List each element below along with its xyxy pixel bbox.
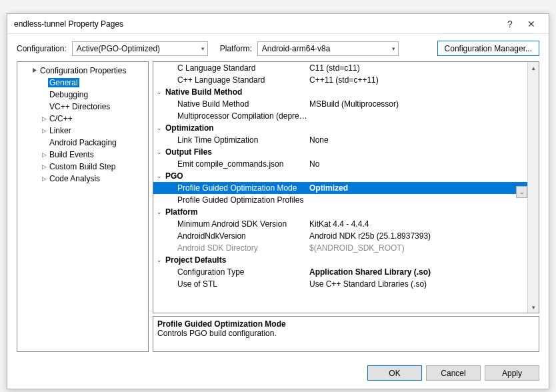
collapse-icon[interactable]: ⌄ [153, 209, 165, 215]
configuration-combo[interactable]: Active(PGO-Optimized) ▾ [72, 41, 208, 56]
ok-button[interactable]: OK [367, 365, 422, 381]
vertical-scrollbar[interactable]: ▴ ▾ [527, 62, 539, 313]
collapse-icon[interactable] [31, 67, 39, 75]
configuration-manager-button[interactable]: Configuration Manager... [437, 41, 539, 56]
chevron-down-icon: ▾ [392, 45, 395, 52]
description-panel: Profile Guided Optimization Mode Control… [153, 316, 539, 352]
expand-icon[interactable]: ▷ [40, 175, 48, 182]
collapse-icon[interactable]: ⌄ [153, 89, 165, 95]
tree-root[interactable]: Configuration Properties [17, 65, 148, 77]
tree-item-custom-build-step[interactable]: ▷Custom Build Step [17, 161, 148, 173]
tree-item-ccpp[interactable]: ▷C/C++ [17, 113, 148, 125]
expand-icon[interactable]: ▷ [40, 127, 48, 134]
prop-val[interactable]: C11 (std=c11) [308, 63, 527, 73]
collapse-icon[interactable]: ⌄ [153, 173, 165, 179]
selected-property: Profile Guided Optimization ModeOptimize… [153, 182, 527, 194]
prop-key: Minimum Android SDK Version [165, 219, 308, 229]
chevron-down-icon: ▾ [201, 45, 205, 52]
group-header[interactable]: Platform [165, 207, 308, 217]
configuration-value: Active(PGO-Optimized) [77, 44, 160, 53]
titlebar: endless-tunnel Property Pages ? ✕ [7, 14, 549, 34]
close-icon[interactable]: ✕ [521, 19, 542, 29]
prop-key: AndroidNdkVersion [165, 231, 308, 241]
expand-icon[interactable]: ▷ [40, 163, 48, 170]
tree-item-debugging[interactable]: Debugging [17, 89, 148, 101]
config-toolbar: Configuration: Active(PGO-Optimized) ▾ P… [7, 34, 549, 61]
tree-item-android-packaging[interactable]: Android Packaging [17, 137, 148, 149]
category-tree[interactable]: Configuration Properties General Debuggi… [17, 61, 149, 352]
property-grid[interactable]: C Language StandardC11 (std=c11) C++ Lan… [153, 61, 539, 313]
collapse-icon[interactable]: ⌄ [153, 149, 165, 155]
tree-item-general[interactable]: General [17, 77, 148, 89]
tree-item-code-analysis[interactable]: ▷Code Analysis [17, 173, 148, 185]
tree-item-linker[interactable]: ▷Linker [17, 125, 148, 137]
prop-val[interactable]: Use C++ Standard Libraries (.so) [308, 279, 527, 289]
prop-val[interactable]: None [308, 135, 527, 145]
prop-val[interactable]: Optimized [308, 183, 527, 193]
cancel-button[interactable]: Cancel [426, 365, 481, 381]
group-header[interactable]: Native Build Method [165, 87, 308, 97]
description-title: Profile Guided Optimization Mode [157, 319, 535, 329]
property-pages-dialog: endless-tunnel Property Pages ? ✕ Config… [7, 13, 549, 389]
prop-val[interactable]: Android NDK r25b (25.1.8937393) [308, 231, 527, 241]
prop-key: Use of STL [165, 279, 308, 289]
group-header[interactable]: PGO [165, 171, 308, 181]
prop-val[interactable]: No [308, 159, 527, 169]
group-header[interactable]: Project Defaults [165, 255, 308, 265]
platform-combo[interactable]: Android-arm64-v8a ▾ [257, 41, 399, 56]
prop-key: Android SDK Directory [165, 243, 308, 253]
tree-item-build-events[interactable]: ▷Build Events [17, 149, 148, 161]
prop-val[interactable]: $(ANDROID_SDK_ROOT) [308, 243, 527, 253]
prop-val[interactable]: KitKat 4.4 - 4.4.4 [308, 219, 527, 229]
prop-key: Profile Guided Optimization Mode [165, 183, 308, 193]
prop-key: Configuration Type [165, 267, 308, 277]
help-icon[interactable]: ? [499, 19, 521, 29]
platform-label: Platform: [220, 44, 252, 53]
dropdown-button[interactable]: ⌄ [516, 186, 527, 198]
description-body: Controls PGO build configuration. [157, 329, 535, 338]
group-header[interactable]: Optimization [165, 123, 308, 133]
prop-val[interactable]: Application Shared Library (.so) [308, 267, 527, 277]
scroll-down-icon[interactable]: ▾ [528, 301, 539, 313]
prop-key: Link Time Optimization [165, 135, 308, 145]
prop-key: Emit compile_commands.json [165, 159, 308, 169]
prop-val[interactable]: C++11 (std=c++11) [308, 75, 527, 85]
prop-key: Multiprocessor Compilation (deprecated) [165, 111, 308, 121]
collapse-icon[interactable]: ⌄ [153, 257, 165, 263]
configuration-label: Configuration: [17, 44, 67, 53]
tree-item-vcpp-directories[interactable]: VC++ Directories [17, 101, 148, 113]
dialog-footer: OK Cancel Apply [7, 359, 549, 389]
prop-key: C++ Language Standard [165, 75, 308, 85]
window-title: endless-tunnel Property Pages [14, 19, 499, 29]
prop-val[interactable]: MSBuild (Multiprocessor) [308, 99, 527, 109]
group-header[interactable]: Output Files [165, 147, 308, 157]
scroll-up-icon[interactable]: ▴ [528, 62, 539, 73]
expand-icon[interactable]: ▷ [40, 151, 48, 158]
prop-key: C Language Standard [165, 63, 308, 73]
collapse-icon[interactable]: ⌄ [153, 125, 165, 131]
apply-button[interactable]: Apply [485, 365, 539, 381]
prop-key: Native Build Method [165, 99, 308, 109]
expand-icon[interactable]: ▷ [40, 115, 48, 122]
platform-value: Android-arm64-v8a [262, 44, 331, 53]
prop-key: Profile Guided Optimization Profiles [165, 195, 308, 205]
